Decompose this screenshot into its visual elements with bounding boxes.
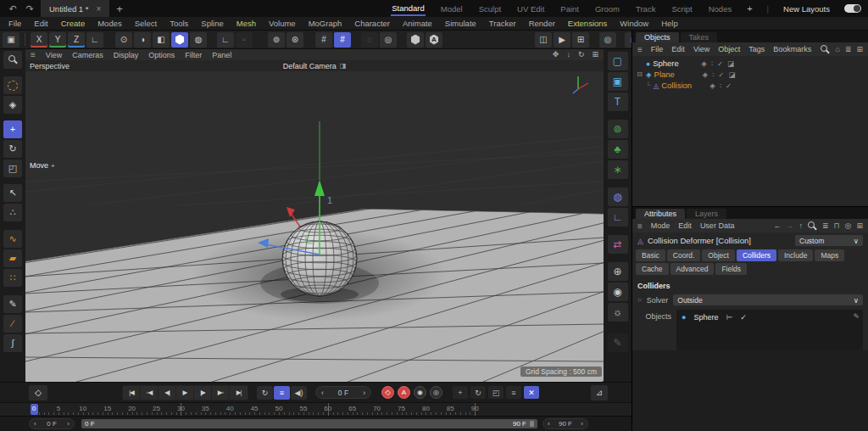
- key-position-button[interactable]: +: [453, 386, 468, 399]
- viewport-menu-cameras[interactable]: Cameras: [72, 51, 103, 59]
- layer-icon[interactable]: ◈: [703, 70, 709, 79]
- viewport-menu-filter[interactable]: Filter: [185, 51, 202, 59]
- layout-tab-groom[interactable]: Groom: [594, 3, 620, 15]
- viewport-canvas[interactable]: 1: [25, 71, 604, 382]
- collider-list-item[interactable]: ● Sphere ⊢ ✓: [682, 313, 858, 322]
- end-frame-field[interactable]: ‹ 90 F ›: [542, 418, 588, 429]
- frame-dec-icon[interactable]: ‹: [321, 389, 324, 397]
- layout-tab-track[interactable]: Track: [635, 3, 656, 15]
- section-tab-include[interactable]: Include: [778, 249, 813, 261]
- objects-menu-file[interactable]: File: [651, 45, 664, 53]
- solver-dropdown[interactable]: Outside ∨: [673, 294, 863, 305]
- tree-item-sphere[interactable]: ●Sphere◈∶✓◪: [632, 58, 868, 69]
- objects-menu-object[interactable]: Object: [718, 45, 740, 53]
- visibility-dots-icon[interactable]: ∶: [712, 70, 714, 79]
- objects-menu-edit[interactable]: Edit: [671, 45, 685, 53]
- menu-modes[interactable]: Modes: [97, 19, 122, 28]
- menu-tracker[interactable]: Tracker: [489, 19, 516, 28]
- section-tab-fields[interactable]: Fields: [715, 263, 747, 275]
- timeline-range-slider[interactable]: 0 F 90 F: [81, 419, 537, 428]
- brush-button[interactable]: ✎: [3, 295, 22, 313]
- undo-button[interactable]: ↶: [7, 3, 19, 14]
- deformer-button[interactable]: ◍: [608, 188, 628, 206]
- new-layouts-button[interactable]: New Layouts: [783, 4, 830, 14]
- tab-attributes[interactable]: Attributes: [636, 209, 685, 219]
- points-mode-button[interactable]: ⊙: [115, 32, 132, 48]
- next-frame-button[interactable]: |▶: [194, 386, 212, 400]
- visibility-dots-icon[interactable]: ∶: [711, 59, 713, 68]
- record-button[interactable]: ◇: [381, 386, 394, 399]
- live-selection-button[interactable]: [3, 76, 22, 94]
- viewport-menu-panel[interactable]: Panel: [212, 51, 231, 59]
- current-frame-stepper[interactable]: ‹ 0 F ›: [315, 386, 371, 399]
- document-tab[interactable]: Untitled 1 * ×: [41, 0, 109, 17]
- objects-menu-bookmarks[interactable]: Bookmarks: [773, 45, 811, 53]
- redo-button[interactable]: ↷: [24, 3, 36, 14]
- frame-dec-icon[interactable]: ‹: [548, 420, 550, 428]
- cloner-button[interactable]: ⊚: [608, 120, 628, 138]
- next-key-button[interactable]: ▶◦: [212, 386, 230, 400]
- search-icon[interactable]: [821, 45, 830, 54]
- panel-menu-icon[interactable]: ≡: [637, 221, 643, 231]
- layout-tab-sculpt[interactable]: Sculpt: [478, 3, 502, 15]
- solo-mode-button[interactable]: ⊛: [287, 32, 303, 48]
- fracture-button[interactable]: ♣: [608, 140, 628, 159]
- filter-icon[interactable]: ≣: [845, 46, 852, 53]
- maximize-icon[interactable]: ⊞: [592, 51, 598, 59]
- autokey-filter-button[interactable]: ◎: [430, 386, 442, 399]
- render-settings-button[interactable]: ⊞: [572, 32, 589, 48]
- prev-frame-button[interactable]: ◀|: [159, 386, 176, 400]
- camera-button[interactable]: ◉: [608, 283, 628, 301]
- default-camera-button[interactable]: Default Camera ◨: [283, 62, 347, 70]
- quantize-button[interactable]: ◌: [361, 32, 378, 48]
- layout-tab-nodes[interactable]: Nodes: [708, 3, 732, 15]
- menu-select[interactable]: Select: [135, 19, 157, 28]
- snap-settings-button[interactable]: #: [334, 32, 351, 48]
- menu-extensions[interactable]: Extensions: [568, 19, 607, 28]
- menu-animate[interactable]: Animate: [403, 19, 432, 28]
- menu-mograph[interactable]: MoGraph: [309, 19, 342, 28]
- layout-tab-uv-edit[interactable]: UV Edit: [516, 3, 545, 15]
- menu-character[interactable]: Character: [354, 19, 390, 28]
- range-handle[interactable]: [530, 421, 534, 427]
- attributes-menu-user-data[interactable]: User Data: [700, 221, 735, 230]
- key-parameter-button[interactable]: ≡: [506, 386, 521, 399]
- timeline-ruler[interactable]: 051015202530354045505560657075808590: [0, 402, 632, 416]
- xpresso-button[interactable]: ⇄: [608, 235, 628, 254]
- back-icon[interactable]: ←: [774, 222, 782, 230]
- lock-icon[interactable]: ⊓: [834, 222, 840, 230]
- viewport-menu-display[interactable]: Display: [114, 51, 139, 59]
- workplane-lock-button[interactable]: ▫: [236, 32, 253, 48]
- tab-layers[interactable]: Layers: [687, 209, 726, 219]
- enabled-check-icon[interactable]: ✓: [717, 59, 723, 68]
- line-cut-button[interactable]: ∕: [3, 315, 22, 333]
- menu-create[interactable]: Create: [61, 19, 86, 28]
- interactive-render-button[interactable]: ◎: [599, 32, 616, 48]
- polygons-mode-button[interactable]: ◧: [153, 32, 170, 48]
- field-button[interactable]: ∟: [608, 208, 628, 227]
- layout-tab-model[interactable]: Model: [440, 3, 464, 15]
- coordinate-system-button[interactable]: ∟: [86, 32, 103, 48]
- collider-objects-list[interactable]: ● Sphere ⊢ ✓ ✎: [676, 310, 863, 350]
- play-mode-button[interactable]: ≡: [274, 386, 290, 400]
- frame-inc-icon[interactable]: ›: [363, 389, 365, 397]
- enabled-check-icon[interactable]: ✓: [726, 81, 732, 90]
- phong-tag-icon[interactable]: ◪: [728, 70, 735, 79]
- viewport-menu-view[interactable]: View: [46, 51, 62, 59]
- popout-icon[interactable]: ⊞: [856, 46, 863, 53]
- effector-button[interactable]: ∗: [608, 160, 628, 179]
- magnet-button[interactable]: ∷: [3, 269, 22, 287]
- section-tab-colliders[interactable]: Colliders: [737, 249, 776, 261]
- attributes-menu-mode[interactable]: Mode: [651, 221, 670, 230]
- dolly-icon[interactable]: ↓: [566, 51, 570, 59]
- add-layout-button[interactable]: +: [747, 3, 752, 14]
- target-snap-button[interactable]: ◎: [380, 32, 397, 48]
- attributes-menu-edit[interactable]: Edit: [678, 221, 692, 230]
- menu-spline[interactable]: Spline: [201, 19, 223, 28]
- objects-menu-tags[interactable]: Tags: [748, 45, 765, 53]
- snap-button[interactable]: #: [315, 32, 332, 48]
- section-tab-object[interactable]: Object: [702, 249, 735, 261]
- expander-icon[interactable]: ⊟: [636, 70, 643, 78]
- search-icon[interactable]: [808, 221, 817, 231]
- points-move-button[interactable]: ∴: [3, 204, 22, 221]
